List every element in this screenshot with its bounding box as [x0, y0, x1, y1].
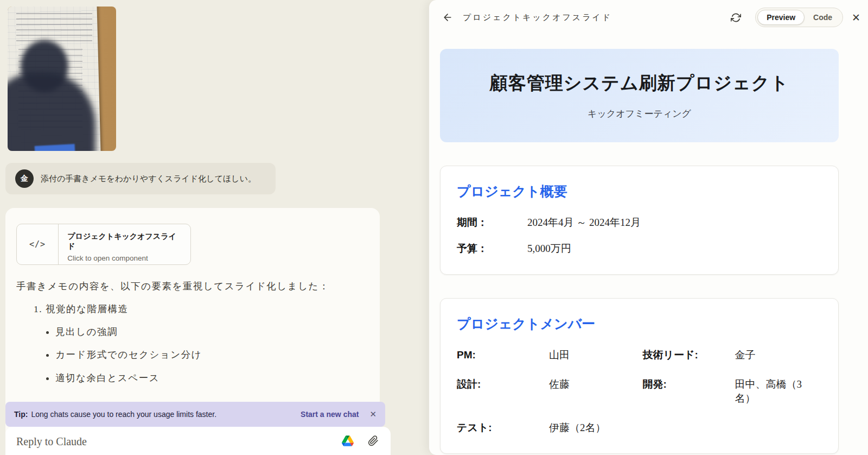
- field-label: 予算：: [457, 242, 527, 256]
- component-meta: プロジェクトキックオフスライド Click to open component: [59, 224, 190, 264]
- attachment-thumbnail[interactable]: [8, 7, 116, 151]
- field-label: 開発:: [643, 377, 735, 391]
- back-button[interactable]: [440, 10, 455, 25]
- artifact-header: プロジェクトキックオフスライド Preview Code ✕: [429, 0, 868, 35]
- member-row: PM: 山田: [457, 348, 636, 362]
- member-row: 開発: 田中、高橋（3名）: [643, 377, 822, 406]
- artifact-title: プロジェクトキックオフスライド: [463, 12, 612, 23]
- user-avatar: 金: [15, 169, 34, 188]
- code-slash-icon: </>: [17, 224, 59, 264]
- handwriting-lines: [16, 13, 92, 43]
- refresh-button[interactable]: [729, 10, 743, 25]
- component-title: プロジェクトキックオフスライド: [67, 232, 183, 251]
- members-grid: PM: 山田 技術リード: 金子 設計: 佐藤 開発: 田中、高橋（3名） テス…: [457, 348, 822, 435]
- field-value: 佐藤: [549, 377, 570, 391]
- assistant-intro: 手書きメモの内容を、以下の要素を重視してスライド化しました：: [16, 277, 368, 295]
- field-label: 技術リード:: [643, 348, 735, 362]
- start-new-chat-link[interactable]: Start a new chat: [301, 410, 359, 419]
- artifact-panel: プロジェクトキックオフスライド Preview Code ✕ 顧客管理システム刷…: [429, 0, 868, 455]
- back-arrow-icon: [442, 12, 453, 23]
- field-value: 伊藤（2名）: [549, 421, 606, 435]
- field-value: 5,000万円: [527, 242, 571, 256]
- slide-title: 顧客管理システム刷新プロジェクト: [490, 71, 789, 96]
- member-row: テスト: 伊藤（2名）: [457, 421, 636, 435]
- tab-code[interactable]: Code: [805, 10, 841, 25]
- composer-icons: [342, 435, 379, 446]
- component-subtitle: Click to open component: [67, 254, 183, 262]
- overview-card: プロジェクト概要 期間： 2024年4月 ～ 2024年12月 予算： 5,00…: [440, 166, 839, 275]
- assistant-body: 手書きメモの内容を、以下の要素を重視してスライド化しました： 視覚的な階層構造 …: [16, 277, 368, 387]
- list-item: 適切な余白とスペース: [55, 369, 368, 387]
- field-label: PM:: [457, 349, 549, 361]
- tip-close-icon[interactable]: ✕: [369, 409, 376, 419]
- overview-row: 期間： 2024年4月 ～ 2024年12月: [457, 216, 822, 230]
- members-heading: プロジェクトメンバー: [457, 315, 822, 333]
- member-row: 設計: 佐藤: [457, 377, 636, 406]
- user-message-text: 添付の手書きメモをわかりやすくスライド化してほしい。: [41, 174, 256, 184]
- members-card: プロジェクトメンバー PM: 山田 技術リード: 金子 設計: 佐藤 開発: 田…: [440, 298, 839, 454]
- chat-column: 金 添付の手書きメモをわかりやすくスライド化してほしい。 </> プロジェクトキ…: [0, 0, 429, 455]
- close-icon[interactable]: ✕: [852, 11, 860, 24]
- assistant-numbered-list: 視覚的な階層構造: [16, 300, 368, 318]
- tab-preview[interactable]: Preview: [757, 10, 805, 25]
- tip-text: Long chats cause you to reach your usage…: [31, 410, 216, 419]
- preview-code-toggle: Preview Code: [755, 8, 843, 27]
- refresh-icon: [731, 12, 741, 23]
- slide-hero-card: 顧客管理システム刷新プロジェクト キックオフミーティング: [440, 49, 839, 142]
- slide-subtitle: キックオフミーティング: [588, 108, 691, 120]
- field-value: 2024年4月 ～ 2024年12月: [527, 216, 641, 230]
- reply-composer: [5, 427, 391, 455]
- field-value: 金子: [735, 348, 756, 362]
- member-row: 技術リード: 金子: [643, 348, 822, 362]
- list-item: カード形式でのセクション分け: [55, 345, 368, 364]
- field-value: 山田: [549, 348, 570, 362]
- field-value: 田中、高橋（3名）: [735, 377, 822, 406]
- overview-row: 予算： 5,000万円: [457, 242, 822, 256]
- field-label: テスト:: [457, 421, 549, 435]
- attach-file-button[interactable]: [368, 435, 379, 446]
- assistant-bullet-list: 見出しの強調 カード形式でのセクション分け 適切な余白とスペース: [16, 323, 368, 387]
- overview-heading: プロジェクト概要: [457, 182, 822, 200]
- usage-tip-banner: Tip: Long chats cause you to reach your …: [5, 402, 385, 427]
- paperclip-icon: [368, 435, 379, 446]
- tip-label: Tip:: [14, 410, 28, 419]
- list-item: 視覚的な階層構造: [46, 300, 368, 318]
- list-item: 見出しの強調: [55, 323, 368, 341]
- field-label: 設計:: [457, 377, 549, 391]
- artifact-component-card[interactable]: </> プロジェクトキックオフスライド Click to open compon…: [16, 224, 191, 265]
- artifact-preview: 顧客管理システム刷新プロジェクト キックオフミーティング プロジェクト概要 期間…: [429, 35, 868, 455]
- user-message: 金 添付の手書きメモをわかりやすくスライド化してほしい。: [5, 163, 276, 194]
- field-label: 期間：: [457, 216, 527, 230]
- google-drive-button[interactable]: [342, 435, 354, 446]
- google-drive-icon: [342, 435, 354, 446]
- reply-input[interactable]: [16, 435, 320, 448]
